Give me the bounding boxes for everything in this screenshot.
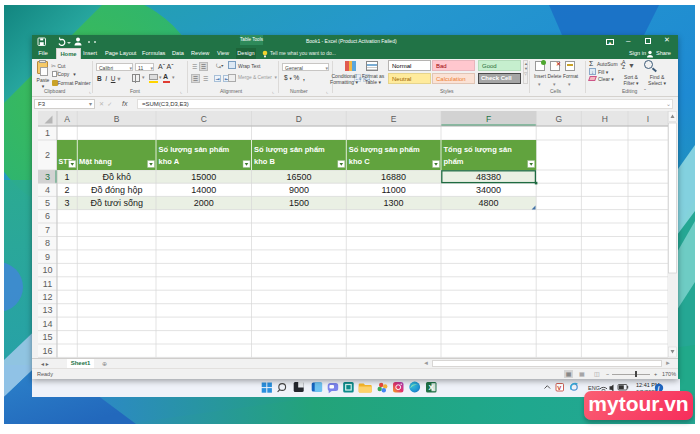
svg-text:Đồ đóng hộp: Đồ đóng hộp [91,185,143,195]
svg-text:D: D [296,114,302,124]
svg-text:2000: 2000 [194,198,214,208]
svg-text:6: 6 [45,211,50,221]
svg-text:11000: 11000 [381,185,405,195]
svg-text:Mặt hàng: Mặt hàng [79,157,112,166]
svg-text:11: 11 [43,279,52,289]
svg-text:16: 16 [42,346,52,356]
svg-text:kho B: kho B [254,157,275,166]
svg-text:G: G [555,114,562,124]
svg-text:16500: 16500 [286,172,311,182]
svg-text:Số lượng sản phẩm: Số lượng sản phẩm [159,145,230,154]
svg-text:2: 2 [45,150,50,160]
svg-text:kho C: kho C [349,157,370,166]
svg-text:Đồ tươi sống: Đồ tươi sống [90,198,142,208]
svg-text:Số lượng sản phẩm: Số lượng sản phẩm [349,145,420,154]
svg-text:5: 5 [45,198,50,208]
svg-text:E: E [391,114,397,124]
svg-text:V: V [557,385,561,391]
svg-text:9: 9 [45,252,50,262]
svg-text:34000: 34000 [476,185,501,195]
svg-text:16880: 16880 [381,172,406,182]
svg-text:10: 10 [42,265,52,275]
svg-text:8: 8 [45,238,50,248]
svg-text:13: 13 [42,305,52,315]
svg-text:kho A: kho A [159,157,180,166]
svg-text:12: 12 [42,292,52,302]
svg-text:1: 1 [45,128,50,138]
svg-text:2: 2 [65,185,70,195]
svg-text:14000: 14000 [191,185,216,195]
svg-text:X: X [428,383,433,392]
svg-text:H: H [602,114,608,124]
svg-text:ENG: ENG [588,385,600,391]
svg-text:3: 3 [45,172,50,182]
svg-text:14: 14 [42,319,52,329]
svg-text:4: 4 [45,185,50,195]
svg-text:15: 15 [42,332,52,342]
svg-text:phẩm: phẩm [444,157,464,166]
svg-text:C: C [201,114,207,124]
svg-text:1500: 1500 [289,198,309,208]
svg-text:Số lượng sản phẩm: Số lượng sản phẩm [254,145,325,154]
svg-text:F: F [486,114,491,124]
svg-text:Đồ khô: Đồ khô [102,172,131,182]
svg-text:15000: 15000 [191,172,216,182]
svg-text:Tổng số lượng sản: Tổng số lượng sản [444,145,513,154]
svg-text:7: 7 [45,225,50,235]
svg-text:3: 3 [65,198,70,208]
svg-text:I: I [647,114,649,124]
svg-text:B: B [114,114,120,124]
svg-text:48380: 48380 [476,172,501,182]
svg-text:1: 1 [65,172,70,182]
svg-text:9000: 9000 [289,185,309,195]
svg-text:1300: 1300 [384,198,404,208]
svg-text:4800: 4800 [479,198,499,208]
svg-text:A: A [64,114,70,124]
